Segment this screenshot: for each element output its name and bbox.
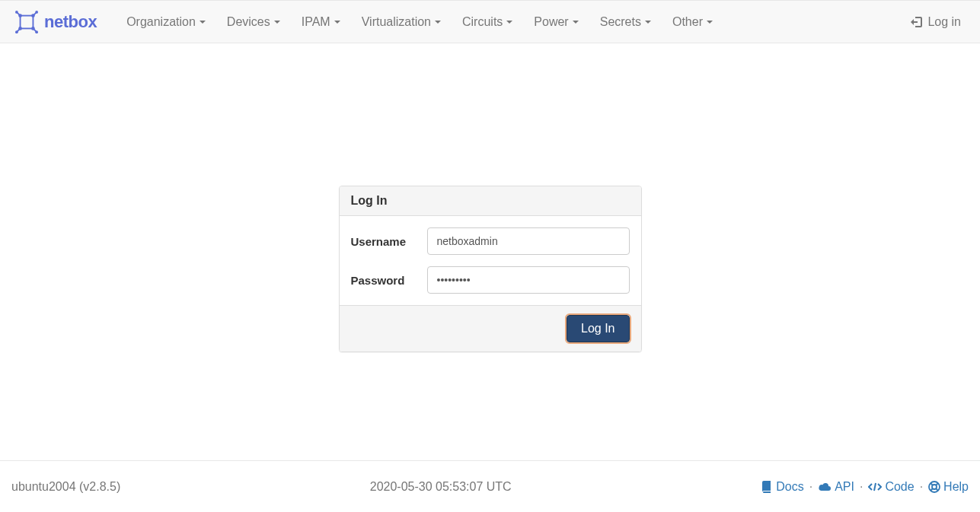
nav-other[interactable]: Other <box>662 5 723 40</box>
svg-point-11 <box>31 27 35 30</box>
svg-line-20 <box>936 483 938 485</box>
nav-devices[interactable]: Devices <box>216 5 291 40</box>
username-group: Username <box>351 227 630 255</box>
svg-point-12 <box>15 11 18 14</box>
nav-organization[interactable]: Organization <box>116 5 216 40</box>
login-panel-footer: Log In <box>340 305 641 351</box>
footer-code-link[interactable]: Code <box>868 480 914 494</box>
cloud-icon <box>818 482 832 492</box>
brand-name: netbox <box>44 12 97 32</box>
nav-ipam[interactable]: IPAM <box>291 5 351 40</box>
caret-down-icon <box>200 21 206 24</box>
nav-label: Devices <box>227 15 270 29</box>
password-label: Password <box>351 274 427 287</box>
nav-virtualization[interactable]: Virtualization <box>351 5 452 40</box>
caret-down-icon <box>573 21 579 24</box>
caret-down-icon <box>506 21 512 24</box>
username-label: Username <box>351 235 427 248</box>
svg-line-16 <box>874 483 876 491</box>
footer-links: Docs · API · Code · Help <box>761 480 969 494</box>
nav-label: Power <box>534 15 568 29</box>
footer-timestamp: 2020-05-30 05:53:07 UTC <box>120 480 761 494</box>
login-panel-title: Log In <box>340 186 641 216</box>
login-link[interactable]: Log in <box>903 5 969 40</box>
netbox-logo-icon <box>15 11 38 33</box>
separator: · <box>860 480 863 494</box>
username-input[interactable] <box>427 227 630 255</box>
caret-down-icon <box>645 21 651 24</box>
svg-point-9 <box>31 14 35 17</box>
nav-label: Virtualization <box>362 15 431 29</box>
nav-secrets[interactable]: Secrets <box>589 5 662 40</box>
svg-point-8 <box>18 14 22 17</box>
separator: · <box>809 480 812 494</box>
footer-link-label: API <box>835 480 854 494</box>
footer: ubuntu2004 (v2.8.5) 2020-05-30 05:53:07 … <box>0 460 980 512</box>
caret-down-icon <box>274 21 280 24</box>
life-ring-icon <box>928 481 940 493</box>
nav-label: Organization <box>126 15 196 29</box>
footer-api-link[interactable]: API <box>818 480 854 494</box>
footer-docs-link[interactable]: Docs <box>761 480 803 494</box>
password-group: Password <box>351 266 630 294</box>
nav-label: IPAM <box>302 15 330 29</box>
svg-line-22 <box>936 488 938 491</box>
caret-down-icon <box>334 21 340 24</box>
svg-point-13 <box>35 11 38 14</box>
nav-label: Other <box>672 15 703 29</box>
footer-host-version: ubuntu2004 (v2.8.5) <box>11 480 120 494</box>
code-icon <box>868 482 882 492</box>
brand-logo[interactable]: netbox <box>11 11 101 33</box>
nav-circuits[interactable]: Circuits <box>452 5 523 40</box>
password-input[interactable] <box>427 266 630 294</box>
book-icon <box>761 481 773 493</box>
login-submit-button[interactable]: Log In <box>567 315 629 342</box>
nav-items: Organization Devices IPAM Virtualization… <box>116 5 903 40</box>
nav-label: Circuits <box>462 15 503 29</box>
navbar: netbox Organization Devices IPAM Virtual… <box>0 0 980 43</box>
footer-link-label: Docs <box>776 480 803 494</box>
nav-right: Log in <box>903 5 969 40</box>
svg-point-10 <box>18 27 22 30</box>
main-content: Log In Username Password Log In <box>0 43 980 460</box>
svg-point-14 <box>15 30 18 33</box>
footer-help-link[interactable]: Help <box>928 480 969 494</box>
svg-line-19 <box>931 483 933 485</box>
svg-point-15 <box>35 30 38 33</box>
nav-label: Secrets <box>600 15 641 29</box>
svg-line-21 <box>931 488 933 491</box>
footer-link-label: Code <box>885 480 914 494</box>
separator: · <box>920 480 923 494</box>
sign-in-icon <box>911 16 923 28</box>
footer-link-label: Help <box>943 480 969 494</box>
caret-down-icon <box>707 21 713 24</box>
nav-power[interactable]: Power <box>523 5 589 40</box>
login-link-label: Log in <box>927 15 961 29</box>
caret-down-icon <box>435 21 441 24</box>
login-panel: Log In Username Password Log In <box>339 186 642 352</box>
login-panel-body: Username Password <box>340 216 641 305</box>
